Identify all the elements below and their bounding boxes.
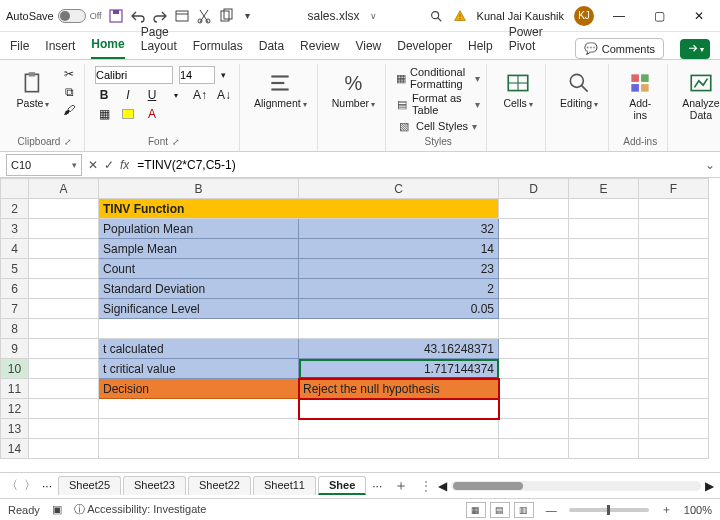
row-header[interactable]: 4 bbox=[1, 239, 29, 259]
font-color-button[interactable]: A bbox=[143, 106, 161, 122]
sheet-tab-active[interactable]: Shee bbox=[318, 476, 366, 495]
spreadsheet-grid[interactable]: A B C D E F 2TINV Function 3Population M… bbox=[0, 178, 709, 459]
col-header[interactable]: D bbox=[499, 179, 569, 199]
paste-button[interactable]: Paste bbox=[12, 66, 54, 114]
view-normal-button[interactable]: ▦ bbox=[466, 502, 486, 518]
scroll-left-icon[interactable]: ◀ bbox=[438, 479, 447, 493]
cell[interactable]: 23 bbox=[299, 259, 499, 279]
cut-icon[interactable] bbox=[196, 8, 212, 24]
col-header[interactable]: E bbox=[569, 179, 639, 199]
chevron-down-icon[interactable]: ▾ bbox=[72, 160, 77, 170]
copy-btn[interactable]: ⧉ bbox=[60, 84, 78, 100]
maximize-button[interactable]: ▢ bbox=[644, 4, 674, 28]
tab-page-layout[interactable]: Page Layout bbox=[141, 21, 177, 59]
sheet-tab[interactable]: Sheet25 bbox=[58, 476, 121, 495]
col-header[interactable]: A bbox=[29, 179, 99, 199]
cells-button[interactable]: Cells bbox=[497, 66, 539, 114]
dialog-launcher-icon[interactable]: ⤢ bbox=[172, 137, 180, 147]
formula-input[interactable] bbox=[129, 158, 700, 172]
col-header[interactable]: C bbox=[299, 179, 499, 199]
name-box[interactable]: C10 ▾ bbox=[6, 154, 82, 176]
cell[interactable]: Count bbox=[99, 259, 299, 279]
share-button[interactable]: ▾ bbox=[680, 39, 710, 59]
row-header[interactable]: 7 bbox=[1, 299, 29, 319]
row-header[interactable]: 9 bbox=[1, 339, 29, 359]
view-page-break-button[interactable]: ▥ bbox=[514, 502, 534, 518]
col-header[interactable]: B bbox=[99, 179, 299, 199]
cell-styles-button[interactable]: ▧Cell Styles▾ bbox=[396, 118, 477, 134]
tab-home[interactable]: Home bbox=[91, 33, 124, 59]
cell[interactable]: Population Mean bbox=[99, 219, 299, 239]
zoom-out-button[interactable]: — bbox=[546, 504, 557, 516]
conditional-formatting-button[interactable]: ▦Conditional Formatting▾ bbox=[396, 66, 480, 90]
zoom-slider[interactable] bbox=[569, 508, 649, 512]
row-header[interactable]: 14 bbox=[1, 439, 29, 459]
sheet-tab[interactable]: Sheet23 bbox=[123, 476, 186, 495]
cancel-formula-icon[interactable]: ✕ bbox=[88, 158, 98, 172]
zoom-in-button[interactable]: ＋ bbox=[661, 502, 672, 517]
macro-rec-icon[interactable]: ▣ bbox=[52, 503, 62, 516]
font-size-select[interactable] bbox=[179, 66, 215, 84]
scroll-right-icon[interactable]: ▶ bbox=[705, 479, 714, 493]
editing-button[interactable]: Editing bbox=[556, 66, 602, 114]
row-header[interactable]: 3 bbox=[1, 219, 29, 239]
col-header[interactable]: F bbox=[639, 179, 709, 199]
row-header[interactable]: 6 bbox=[1, 279, 29, 299]
row-header[interactable]: 13 bbox=[1, 419, 29, 439]
sheet-tab[interactable]: Sheet11 bbox=[253, 476, 316, 495]
addins-button[interactable]: Add-ins bbox=[619, 66, 661, 125]
user-avatar[interactable]: KJ bbox=[574, 6, 594, 26]
format-painter-btn[interactable]: 🖌 bbox=[60, 102, 78, 118]
horizontal-scrollbar[interactable]: ◀ ▶ bbox=[438, 479, 714, 493]
sheet-nav-next[interactable]: 〉 bbox=[24, 477, 36, 494]
accessibility-status[interactable]: ⓘ Accessibility: Investigate bbox=[74, 502, 207, 517]
tab-developer[interactable]: Developer bbox=[397, 35, 452, 59]
italic-button[interactable]: I bbox=[119, 87, 137, 103]
cell[interactable]: Significance Level bbox=[99, 299, 299, 319]
tab-view[interactable]: View bbox=[355, 35, 381, 59]
zoom-level[interactable]: 100% bbox=[684, 504, 712, 516]
analyze-data-button[interactable]: Analyze Data bbox=[678, 66, 720, 125]
view-page-layout-button[interactable]: ▤ bbox=[490, 502, 510, 518]
borders-button[interactable]: ▦ bbox=[95, 106, 113, 122]
selected-cell[interactable]: 1.717144374 bbox=[299, 359, 499, 379]
sheet-nav-prev[interactable]: 〈 bbox=[6, 477, 18, 494]
row-header[interactable]: 10 bbox=[1, 359, 29, 379]
underline-button[interactable]: U bbox=[143, 87, 161, 103]
tab-review[interactable]: Review bbox=[300, 35, 339, 59]
cell[interactable]: 14 bbox=[299, 239, 499, 259]
increase-font-button[interactable]: A↑ bbox=[191, 87, 209, 103]
cut-btn[interactable]: ✂ bbox=[60, 66, 78, 82]
cell[interactable]: 43.16248371 bbox=[299, 339, 499, 359]
row-header[interactable]: 8 bbox=[1, 319, 29, 339]
file-name[interactable]: sales.xlsx bbox=[308, 9, 360, 23]
row-header[interactable]: 5 bbox=[1, 259, 29, 279]
select-all-cell[interactable] bbox=[1, 179, 29, 199]
format-as-table-button[interactable]: ▤Format as Table▾ bbox=[396, 92, 480, 116]
decrease-font-button[interactable]: A↓ bbox=[215, 87, 233, 103]
cell[interactable]: 2 bbox=[299, 279, 499, 299]
cell[interactable]: t critical value bbox=[99, 359, 299, 379]
filename-chevron-icon[interactable]: ∨ bbox=[370, 11, 377, 21]
tab-power-pivot[interactable]: Power Pivot bbox=[509, 21, 543, 59]
minimize-button[interactable]: — bbox=[604, 4, 634, 28]
save-icon[interactable] bbox=[108, 8, 124, 24]
cell[interactable]: TINV Function bbox=[99, 199, 499, 219]
alignment-button[interactable]: Alignment bbox=[250, 66, 311, 114]
sheet-tabs-more[interactable]: ··· bbox=[42, 479, 52, 493]
bold-button[interactable]: B bbox=[95, 87, 113, 103]
cell[interactable]: 0.05 bbox=[299, 299, 499, 319]
cell[interactable]: t calculated bbox=[99, 339, 299, 359]
fill-color-button[interactable] bbox=[119, 106, 137, 122]
font-name-select[interactable] bbox=[95, 66, 173, 84]
copy-icon[interactable] bbox=[218, 8, 234, 24]
search-icon[interactable] bbox=[429, 9, 443, 23]
row-header[interactable]: 2 bbox=[1, 199, 29, 219]
tab-formulas[interactable]: Formulas bbox=[193, 35, 243, 59]
cell[interactable]: Decision bbox=[99, 379, 299, 399]
autosave-toggle[interactable]: AutoSave Off bbox=[6, 9, 102, 23]
comments-button[interactable]: 💬 Comments bbox=[575, 38, 664, 59]
sheet-tabs-overflow[interactable]: ··· bbox=[372, 479, 382, 493]
cell[interactable]: Sample Mean bbox=[99, 239, 299, 259]
row-header[interactable]: 12 bbox=[1, 399, 29, 419]
